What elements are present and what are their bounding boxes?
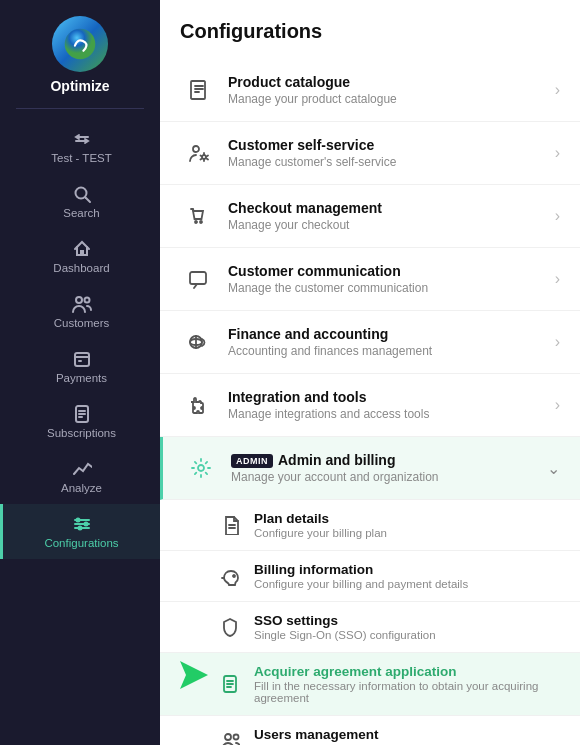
svg-point-25 — [200, 221, 202, 223]
integration-chevron: › — [555, 396, 560, 414]
acquirer-text: Acquirer agreement application Fill in t… — [254, 664, 560, 704]
finance-subtitle: Accounting and finances management — [228, 344, 555, 358]
sub-item-plan-details[interactable]: Plan details Configure your billing plan — [160, 500, 580, 551]
svg-point-3 — [76, 297, 82, 303]
svg-point-15 — [76, 519, 79, 522]
product-catalogue-chevron: › — [555, 81, 560, 99]
config-item-finance[interactable]: Finance and accounting Accounting and fi… — [160, 311, 580, 374]
svg-point-38 — [225, 734, 231, 740]
sidebar-item-test[interactable]: Test - TEST — [0, 119, 160, 174]
sidebar-item-configurations[interactable]: Configurations — [0, 504, 160, 559]
acquirer-subtitle: Fill in the necessary information to obt… — [254, 680, 560, 704]
shield-icon — [216, 613, 244, 641]
sidebar-item-dashboard-label: Dashboard — [53, 262, 109, 274]
integration-text: Integration and tools Manage integration… — [228, 389, 555, 421]
sub-item-users[interactable]: Users management Manage your users' acce… — [160, 716, 580, 745]
message-icon — [180, 261, 216, 297]
checkout-chevron: › — [555, 207, 560, 225]
file-text-icon — [216, 670, 244, 698]
sidebar-item-customers-label: Customers — [54, 317, 110, 329]
svg-rect-18 — [191, 81, 205, 99]
svg-point-32 — [233, 575, 235, 577]
svg-point-16 — [84, 523, 87, 526]
puzzle-icon — [180, 387, 216, 423]
user-settings-icon — [180, 135, 216, 171]
sidebar: Optimize Test - TEST Search Dashboard Cu… — [0, 0, 160, 745]
admin-billing-text: ADMINAdmin and billing Manage your accou… — [231, 452, 547, 484]
plan-details-subtitle: Configure your billing plan — [254, 527, 560, 539]
svg-point-29 — [198, 465, 204, 471]
plan-details-text: Plan details Configure your billing plan — [254, 511, 560, 539]
piggy-icon — [216, 562, 244, 590]
svg-point-0 — [65, 29, 96, 60]
sidebar-item-payments-label: Payments — [56, 372, 107, 384]
finance-title: Finance and accounting — [228, 326, 555, 342]
svg-point-24 — [195, 221, 197, 223]
integration-title: Integration and tools — [228, 389, 555, 405]
plan-details-title: Plan details — [254, 511, 560, 526]
product-catalogue-subtitle: Manage your product catalogue — [228, 92, 555, 106]
app-logo — [52, 16, 108, 72]
communication-subtitle: Manage the customer communication — [228, 281, 555, 295]
config-item-checkout[interactable]: Checkout management Manage your checkout… — [160, 185, 580, 248]
svg-rect-5 — [75, 353, 89, 366]
svg-point-22 — [193, 146, 199, 152]
config-item-product-catalogue[interactable]: Product catalogue Manage your product ca… — [160, 59, 580, 122]
acquirer-title: Acquirer agreement application — [254, 664, 560, 679]
config-item-integration[interactable]: Integration and tools Manage integration… — [160, 374, 580, 437]
checkout-subtitle: Manage your checkout — [228, 218, 555, 232]
doc-icon — [216, 511, 244, 539]
sidebar-item-payments[interactable]: Payments — [0, 339, 160, 394]
customer-self-service-chevron: › — [555, 144, 560, 162]
users-icon — [216, 727, 244, 745]
finance-text: Finance and accounting Accounting and fi… — [228, 326, 555, 358]
page-title: Configurations — [160, 20, 580, 59]
config-item-communication[interactable]: Customer communication Manage the custom… — [160, 248, 580, 311]
admin-badge: ADMIN — [231, 454, 273, 468]
sub-items-section: Plan details Configure your billing plan… — [160, 500, 580, 745]
sso-subtitle: Single Sign-On (SSO) configuration — [254, 629, 560, 641]
sidebar-item-subscriptions-label: Subscriptions — [47, 427, 116, 439]
billing-info-title: Billing information — [254, 562, 560, 577]
admin-billing-subtitle: Manage your account and organization — [231, 470, 547, 484]
users-text: Users management Manage your users' acce… — [254, 727, 560, 745]
sidebar-item-analyze-label: Analyze — [61, 482, 102, 494]
billing-info-subtitle: Configure your billing and payment detai… — [254, 578, 560, 590]
arrow-indicator — [170, 659, 208, 695]
config-item-admin-billing[interactable]: ADMINAdmin and billing Manage your accou… — [160, 437, 580, 500]
basket-icon — [180, 198, 216, 234]
svg-point-17 — [78, 527, 81, 530]
sso-text: SSO settings Single Sign-On (SSO) config… — [254, 613, 560, 641]
sub-item-sso[interactable]: SSO settings Single Sign-On (SSO) config… — [160, 602, 580, 653]
svg-point-4 — [84, 298, 89, 303]
communication-title: Customer communication — [228, 263, 555, 279]
sub-item-billing-info[interactable]: Billing information Configure your billi… — [160, 551, 580, 602]
admin-gear-icon — [183, 450, 219, 486]
communication-chevron: › — [555, 270, 560, 288]
admin-billing-title: ADMINAdmin and billing — [231, 452, 547, 468]
admin-billing-chevron: ⌄ — [547, 459, 560, 478]
checkout-text: Checkout management Manage your checkout — [228, 200, 555, 232]
coins-icon — [180, 324, 216, 360]
sidebar-item-search-label: Search — [63, 207, 99, 219]
billing-info-text: Billing information Configure your billi… — [254, 562, 560, 590]
customer-self-service-title: Customer self-service — [228, 137, 555, 153]
sidebar-item-subscriptions[interactable]: Subscriptions — [0, 394, 160, 449]
sidebar-item-configurations-label: Configurations — [44, 537, 118, 549]
sub-item-acquirer[interactable]: Acquirer agreement application Fill in t… — [160, 653, 580, 716]
sidebar-item-analyze[interactable]: Analyze — [0, 449, 160, 504]
sidebar-item-search[interactable]: Search — [0, 174, 160, 229]
finance-chevron: › — [555, 333, 560, 351]
svg-rect-26 — [190, 272, 206, 284]
users-title: Users management — [254, 727, 560, 742]
config-list: Product catalogue Manage your product ca… — [160, 59, 580, 500]
sidebar-item-customers[interactable]: Customers — [0, 284, 160, 339]
svg-marker-37 — [180, 661, 208, 689]
sso-title: SSO settings — [254, 613, 560, 628]
main-content: Configurations Product catalogue Manage … — [160, 0, 580, 745]
communication-text: Customer communication Manage the custom… — [228, 263, 555, 295]
svg-point-39 — [234, 735, 239, 740]
config-item-customer-self-service[interactable]: Customer self-service Manage customer's … — [160, 122, 580, 185]
sidebar-item-test-label: Test - TEST — [51, 152, 112, 164]
sidebar-item-dashboard[interactable]: Dashboard — [0, 229, 160, 284]
